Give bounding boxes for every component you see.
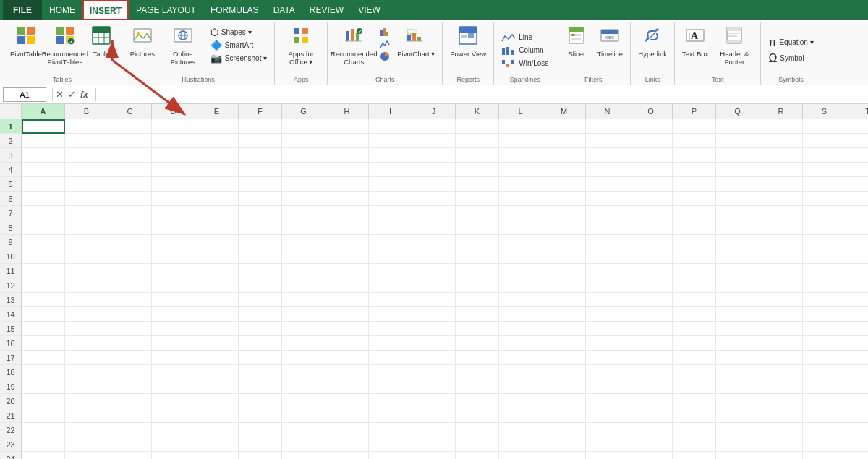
cell-D19[interactable]	[152, 379, 195, 394]
cell-R10[interactable]	[760, 249, 803, 264]
cell-L3[interactable]	[499, 148, 542, 163]
cell-J15[interactable]	[412, 322, 456, 336]
cell-Q14[interactable]	[716, 307, 760, 322]
cell-H22[interactable]	[326, 423, 369, 437]
col-header-M[interactable]: M	[542, 104, 586, 119]
cell-T21[interactable]	[846, 408, 868, 423]
cell-C13[interactable]	[109, 293, 152, 307]
cell-M8[interactable]	[542, 220, 586, 235]
cell-P8[interactable]	[673, 220, 716, 235]
cell-M18[interactable]	[542, 365, 586, 379]
cell-C2[interactable]	[109, 134, 152, 148]
cell-E6[interactable]	[195, 192, 239, 206]
cell-K11[interactable]	[456, 264, 499, 278]
cell-D12[interactable]	[152, 278, 195, 293]
cell-M14[interactable]	[542, 307, 586, 322]
cell-G6[interactable]	[282, 192, 326, 206]
cell-G21[interactable]	[282, 408, 326, 423]
cell-B16[interactable]	[65, 336, 109, 351]
cell-E11[interactable]	[195, 264, 239, 278]
cell-N24[interactable]	[586, 452, 629, 459]
cell-J4[interactable]	[412, 163, 456, 177]
cell-K20[interactable]	[456, 394, 499, 408]
cell-D8[interactable]	[152, 220, 195, 235]
cell-O18[interactable]	[629, 365, 673, 379]
cell-N19[interactable]	[586, 379, 629, 394]
cell-S2[interactable]	[803, 134, 846, 148]
cell-F21[interactable]	[239, 408, 282, 423]
cell-R4[interactable]	[760, 163, 803, 177]
cell-M9[interactable]	[542, 235, 586, 249]
cell-J22[interactable]	[412, 423, 456, 437]
symbol-button[interactable]: Ω Symbol	[765, 51, 807, 66]
cell-K22[interactable]	[456, 423, 499, 437]
cell-F7[interactable]	[239, 206, 282, 220]
cell-O14[interactable]	[629, 307, 673, 322]
cell-G22[interactable]	[282, 423, 326, 437]
cell-S24[interactable]	[803, 452, 846, 459]
cell-L1[interactable]	[499, 119, 542, 134]
cell-K17[interactable]	[456, 351, 499, 365]
table-button[interactable]: Table	[85, 23, 117, 60]
cell-A13[interactable]	[22, 293, 65, 307]
row-num-1[interactable]: 1	[0, 119, 22, 134]
row-num-8[interactable]: 8	[0, 220, 22, 235]
cell-I13[interactable]	[369, 293, 412, 307]
cell-A19[interactable]	[22, 379, 65, 394]
cell-G16[interactable]	[282, 336, 326, 351]
cell-P17[interactable]	[673, 351, 716, 365]
cell-L2[interactable]	[499, 134, 542, 148]
cell-C14[interactable]	[109, 307, 152, 322]
cell-G17[interactable]	[282, 351, 326, 365]
cell-Q13[interactable]	[716, 293, 760, 307]
cell-B10[interactable]	[65, 249, 109, 264]
cell-H11[interactable]	[326, 264, 369, 278]
cell-G2[interactable]	[282, 134, 326, 148]
cell-I23[interactable]	[369, 437, 412, 452]
cell-Q1[interactable]	[716, 119, 760, 134]
cell-E23[interactable]	[195, 437, 239, 452]
cell-T14[interactable]	[846, 307, 868, 322]
cell-S12[interactable]	[803, 278, 846, 293]
cell-R19[interactable]	[760, 379, 803, 394]
cell-T9[interactable]	[846, 235, 868, 249]
cell-C10[interactable]	[109, 249, 152, 264]
cell-L11[interactable]	[499, 264, 542, 278]
cell-D3[interactable]	[152, 148, 195, 163]
cell-H20[interactable]	[326, 394, 369, 408]
cell-D18[interactable]	[152, 365, 195, 379]
cell-D6[interactable]	[152, 192, 195, 206]
cell-O17[interactable]	[629, 351, 673, 365]
cell-A18[interactable]	[22, 365, 65, 379]
cell-E21[interactable]	[195, 408, 239, 423]
cell-A14[interactable]	[22, 307, 65, 322]
cell-reference-box[interactable]: A1	[3, 87, 46, 102]
cell-T6[interactable]	[846, 192, 868, 206]
cell-F11[interactable]	[239, 264, 282, 278]
cell-F15[interactable]	[239, 322, 282, 336]
cell-J1[interactable]	[412, 119, 456, 134]
cell-T2[interactable]	[846, 134, 868, 148]
cell-F1[interactable]	[239, 119, 282, 134]
cell-N8[interactable]	[586, 220, 629, 235]
cell-G9[interactable]	[282, 235, 326, 249]
row-num-20[interactable]: 20	[0, 394, 22, 408]
cell-S23[interactable]	[803, 437, 846, 452]
cell-T11[interactable]	[846, 264, 868, 278]
cell-R15[interactable]	[760, 322, 803, 336]
formula-input[interactable]	[99, 90, 865, 99]
recommended-charts-button[interactable]: ✓ Recommended Charts	[332, 23, 375, 69]
cell-T13[interactable]	[846, 293, 868, 307]
cell-G14[interactable]	[282, 307, 326, 322]
cell-C11[interactable]	[109, 264, 152, 278]
cell-I18[interactable]	[369, 365, 412, 379]
row-num-9[interactable]: 9	[0, 235, 22, 249]
cell-Q15[interactable]	[716, 322, 760, 336]
row-num-22[interactable]: 22	[0, 423, 22, 437]
col-header-N[interactable]: N	[586, 104, 629, 119]
cell-G13[interactable]	[282, 293, 326, 307]
cell-P5[interactable]	[673, 177, 716, 192]
cell-A15[interactable]	[22, 322, 65, 336]
cell-C5[interactable]	[109, 177, 152, 192]
cell-E22[interactable]	[195, 423, 239, 437]
